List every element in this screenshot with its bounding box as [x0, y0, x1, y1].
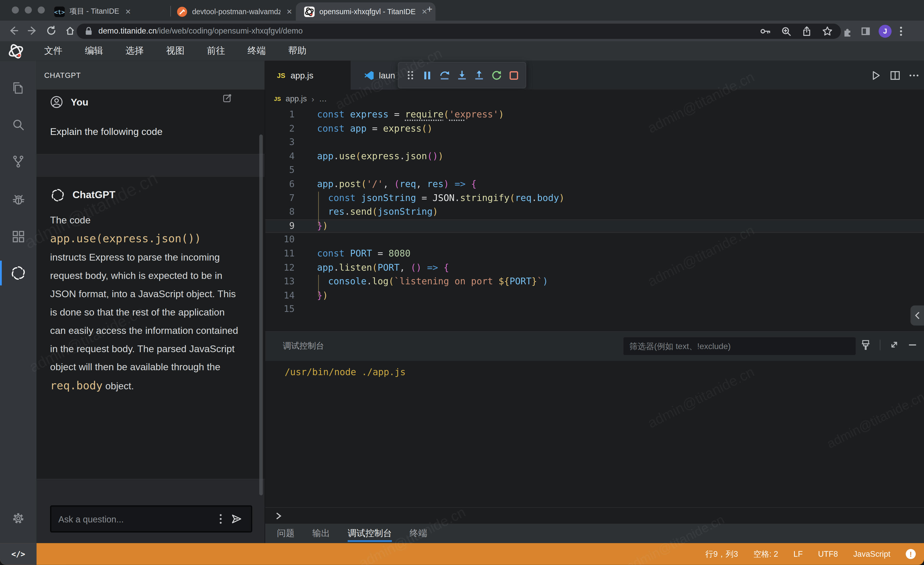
share-icon[interactable] [801, 26, 812, 36]
expand-panel-icon[interactable] [889, 340, 899, 350]
console-filter-input[interactable] [623, 341, 856, 351]
breadcrumb-more[interactable]: … [319, 95, 327, 103]
sidebar-item-files[interactable] [0, 74, 37, 102]
console-input-row[interactable] [265, 507, 924, 524]
line-number[interactable]: 10 [265, 233, 295, 247]
code-line-12[interactable]: 12app.listen(PORT, () => { [265, 261, 924, 275]
status-eol[interactable]: LF [794, 550, 803, 558]
panel-tab-debug-console[interactable]: 调试控制台 [348, 524, 392, 543]
menu-selection[interactable]: 选择 [114, 41, 155, 61]
zoom-in-icon[interactable] [781, 26, 792, 36]
line-number[interactable]: 9 [265, 219, 295, 233]
titanide-logo-icon[interactable] [7, 42, 25, 60]
menu-go[interactable]: 前往 [196, 41, 236, 61]
code-tag-icon[interactable]: </> [0, 543, 37, 565]
window-minimize-button[interactable] [25, 6, 32, 14]
status-encoding[interactable]: UTF8 [818, 550, 838, 558]
sidepanel-icon[interactable] [860, 26, 871, 37]
chat-scrollbar[interactable] [260, 134, 263, 495]
code-line-4[interactable]: 4app.use(express.json()) [265, 150, 924, 164]
tab-close-icon[interactable]: ✕ [286, 8, 292, 16]
panel-tab-problems[interactable]: 问题 [277, 524, 295, 543]
menu-terminal[interactable]: 终端 [236, 41, 277, 61]
line-number[interactable]: 4 [265, 150, 295, 164]
drag-grip-icon[interactable] [404, 69, 416, 81]
code-line-3[interactable]: 3 [265, 136, 924, 150]
forward-icon[interactable] [27, 25, 38, 36]
status-indentation[interactable]: 空格: 2 [753, 549, 778, 559]
home-icon[interactable] [65, 25, 75, 36]
sidebar-item-chatgpt[interactable] [0, 259, 37, 287]
code-line-15[interactable]: 15 [265, 303, 924, 317]
code-line-1[interactable]: 1const express = require('express') [265, 108, 924, 122]
menu-dots-icon[interactable] [899, 26, 903, 37]
window-close-button[interactable] [12, 6, 19, 14]
address-bar[interactable]: demo.titanide.cn/ide/web/coding/opensumi… [76, 23, 841, 38]
run-icon[interactable] [870, 69, 882, 81]
back-icon[interactable] [8, 25, 19, 36]
sidebar-item-extensions[interactable] [0, 222, 37, 251]
line-number[interactable]: 7 [265, 191, 295, 205]
line-number[interactable]: 5 [265, 164, 295, 177]
step-over-icon[interactable] [439, 69, 451, 81]
split-editor-icon[interactable] [889, 69, 901, 81]
line-number[interactable]: 1 [265, 108, 295, 122]
url-text[interactable]: demo.titanide.cn/ide/web/coding/opensumi… [99, 27, 303, 35]
clear-console-icon[interactable] [860, 339, 871, 350]
more-actions-icon[interactable] [909, 74, 920, 77]
status-cursor-position[interactable]: 行9，列3 [705, 549, 738, 559]
browser-tab-2[interactable]: devtool-postman-walvamdz - T ✕ [177, 2, 292, 21]
menu-help[interactable]: 帮助 [277, 41, 318, 61]
stop-icon[interactable] [508, 69, 520, 81]
line-number[interactable]: 8 [265, 205, 295, 219]
notification-icon[interactable]: ! [906, 549, 916, 559]
sidebar-item-search[interactable] [0, 111, 37, 139]
line-number[interactable]: 2 [265, 122, 295, 136]
line-number[interactable]: 12 [265, 261, 295, 275]
code-line-2[interactable]: 2const app = express() [265, 122, 924, 136]
input-options-icon[interactable] [219, 514, 222, 524]
code-line-8[interactable]: 8 res.send(jsonString) [265, 205, 924, 219]
sidebar-item-settings[interactable] [0, 504, 37, 532]
menu-edit[interactable]: 编辑 [74, 41, 114, 61]
line-number[interactable]: 6 [265, 177, 295, 191]
reload-icon[interactable] [46, 25, 57, 36]
breadcrumb[interactable]: JS app.js › … [265, 90, 924, 108]
window-zoom-button[interactable] [38, 6, 45, 14]
tab-close-icon[interactable]: ✕ [125, 8, 131, 16]
avatar[interactable]: J [879, 25, 891, 38]
code-line-6[interactable]: 6app.post('/', (req, res) => { [265, 177, 924, 191]
code-line-5[interactable]: 5 [265, 164, 924, 177]
status-language[interactable]: JavaScript [854, 550, 891, 558]
chat-input[interactable] [51, 514, 219, 524]
code-line-14[interactable]: 14}) [265, 289, 924, 303]
code-editor[interactable]: 1const express = require('express')2cons… [265, 108, 924, 330]
edit-message-icon[interactable] [223, 93, 232, 103]
minimize-panel-icon[interactable] [908, 340, 917, 350]
line-number[interactable]: 3 [265, 136, 295, 150]
new-tab-button[interactable]: + [427, 4, 433, 15]
extensions-puzzle-icon[interactable] [842, 26, 853, 37]
menu-file[interactable]: 文件 [33, 41, 74, 61]
collapse-right-handle[interactable] [910, 305, 924, 326]
step-into-icon[interactable] [456, 69, 468, 81]
code-line-7[interactable]: 7 const jsonString = JSON.stringify(req.… [265, 191, 924, 205]
sidebar-item-source-control[interactable] [0, 147, 37, 176]
send-icon[interactable] [231, 513, 243, 525]
key-icon[interactable] [759, 26, 771, 36]
line-number[interactable]: 13 [265, 275, 295, 289]
step-out-icon[interactable] [473, 69, 485, 81]
star-icon[interactable] [822, 26, 833, 36]
debug-console-output[interactable]: /usr/bin/node ./app.js [265, 361, 924, 507]
code-line-10[interactable]: 10 [265, 233, 924, 247]
code-line-9[interactable]: 9}) [265, 219, 924, 233]
sidebar-item-debug[interactable] [0, 186, 37, 214]
editor-tab-appjs[interactable]: JS app.js [265, 61, 351, 90]
pause-icon[interactable] [422, 69, 434, 81]
line-number[interactable]: 11 [265, 247, 295, 261]
browser-tab-3[interactable]: opensumi-xhxqfgvl - TitanIDE ✕ [296, 2, 435, 21]
menu-view[interactable]: 视图 [155, 41, 196, 61]
panel-tab-terminal[interactable]: 终端 [410, 524, 428, 543]
browser-tab-1[interactable]: <t> 项目 - TitanIDE ✕ [54, 2, 131, 21]
line-number[interactable]: 14 [265, 289, 295, 303]
